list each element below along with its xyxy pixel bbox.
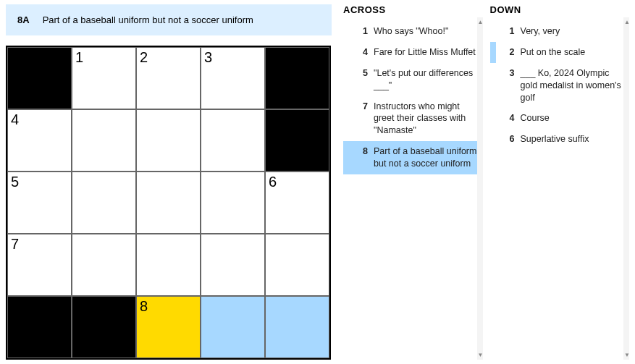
clue-text: Who says "Whoo!": [374, 25, 448, 38]
clue-item[interactable]: 7Instructors who might greet their class…: [343, 96, 483, 142]
grid-cell[interactable]: [201, 234, 265, 296]
grid-cell[interactable]: 4: [7, 109, 72, 172]
grid-cell-black: [7, 296, 72, 358]
clue-number: 2: [500, 46, 515, 59]
grid-cell[interactable]: [136, 172, 201, 234]
clue-item[interactable]: 2Put on the scale: [490, 42, 630, 63]
grid-cell[interactable]: [136, 109, 201, 172]
clue-text: "Let's put our differences ___": [374, 67, 477, 92]
clue-number: 4: [500, 112, 515, 124]
scroll-down-icon: ▼: [624, 352, 630, 358]
cell-number: 4: [11, 111, 19, 128]
down-column: DOWN 1Very, very2Put on the scale3___ Ko…: [490, 4, 630, 360]
crossword-grid: 12345678: [6, 46, 331, 360]
cell-number: 1: [75, 49, 83, 66]
clue-number: 7: [353, 101, 368, 137]
clue-number: 5: [353, 67, 368, 92]
grid-cell[interactable]: 1: [72, 47, 136, 109]
clue-item[interactable]: 1Who says "Whoo!": [343, 21, 483, 42]
grid-cell[interactable]: [265, 296, 329, 358]
clue-item[interactable]: 8Part of a baseball uniform but not a so…: [343, 141, 483, 174]
scroll-up-icon: ▲: [624, 19, 630, 25]
clue-number: 8: [353, 145, 368, 170]
current-clue-bar: 8A Part of a baseball uniform but not a …: [6, 4, 332, 35]
clue-text: Put on the scale: [521, 46, 586, 59]
scroll-down-icon: ▼: [478, 352, 484, 358]
clue-text: Fare for Little Miss Muffet: [374, 46, 476, 59]
clue-text: Course: [521, 112, 550, 124]
cell-number: 6: [269, 174, 277, 190]
current-clue-label: 8A: [17, 14, 30, 25]
grid-cell[interactable]: [201, 109, 265, 172]
grid-cell[interactable]: [201, 296, 265, 358]
cell-number: 2: [140, 49, 148, 66]
grid-cell-black: [72, 296, 136, 358]
clue-item[interactable]: 6Superlative suffix: [490, 129, 630, 150]
scroll-up-icon: ▲: [478, 19, 484, 25]
clue-text: ___ Ko, 2024 Olympic gold medalist in wo…: [521, 67, 624, 104]
cell-number: 7: [11, 236, 19, 253]
grid-cell-black: [7, 47, 72, 109]
clue-item[interactable]: 1Very, very: [490, 21, 630, 42]
cell-number: 3: [204, 49, 212, 66]
cell-number: 8: [140, 298, 148, 315]
grid-cell[interactable]: 5: [7, 172, 72, 234]
current-clue-text: Part of a baseball uniform but not a soc…: [43, 14, 253, 25]
clue-item[interactable]: 4Course: [490, 108, 630, 129]
grid-cell[interactable]: 3: [201, 47, 265, 109]
scrollbar[interactable]: ▲ ▼: [477, 17, 483, 360]
grid-cell[interactable]: [72, 234, 136, 296]
clue-item[interactable]: 4Fare for Little Miss Muffet: [343, 42, 483, 63]
down-clue-list: 1Very, very2Put on the scale3___ Ko, 202…: [490, 21, 630, 150]
clue-number: 1: [500, 25, 515, 38]
grid-cell[interactable]: 6: [265, 172, 329, 234]
grid-cell[interactable]: 7: [7, 234, 72, 296]
grid-cell[interactable]: [265, 234, 329, 296]
grid-cell[interactable]: [201, 172, 265, 234]
clue-text: Part of a baseball uniform but not a soc…: [374, 145, 477, 170]
grid-cell-black: [265, 47, 329, 109]
scrollbar[interactable]: ▲ ▼: [623, 17, 629, 360]
grid-cell[interactable]: [136, 234, 201, 296]
cell-number: 5: [11, 174, 19, 190]
clue-number: 4: [353, 46, 368, 59]
clue-item[interactable]: 5"Let's put our differences ___": [343, 63, 483, 96]
clue-item[interactable]: 3___ Ko, 2024 Olympic gold medalist in w…: [490, 63, 630, 109]
clue-number: 3: [500, 67, 515, 104]
grid-cell[interactable]: [72, 109, 136, 172]
clue-number: 1: [353, 25, 368, 38]
clue-text: Instructors who might greet their classe…: [374, 101, 477, 137]
grid-cell[interactable]: 2: [136, 47, 201, 109]
clue-text: Superlative suffix: [521, 133, 589, 145]
down-heading: DOWN: [490, 4, 630, 20]
clue-number: 6: [500, 133, 515, 145]
across-clue-list: 1Who says "Whoo!"4Fare for Little Miss M…: [343, 21, 483, 174]
grid-cell[interactable]: 8: [136, 296, 201, 358]
across-heading: ACROSS: [343, 4, 483, 20]
across-column: ACROSS 1Who says "Whoo!"4Fare for Little…: [343, 4, 483, 360]
grid-cell-black: [265, 109, 329, 172]
grid-cell[interactable]: [72, 172, 136, 234]
clue-text: Very, very: [521, 25, 560, 38]
